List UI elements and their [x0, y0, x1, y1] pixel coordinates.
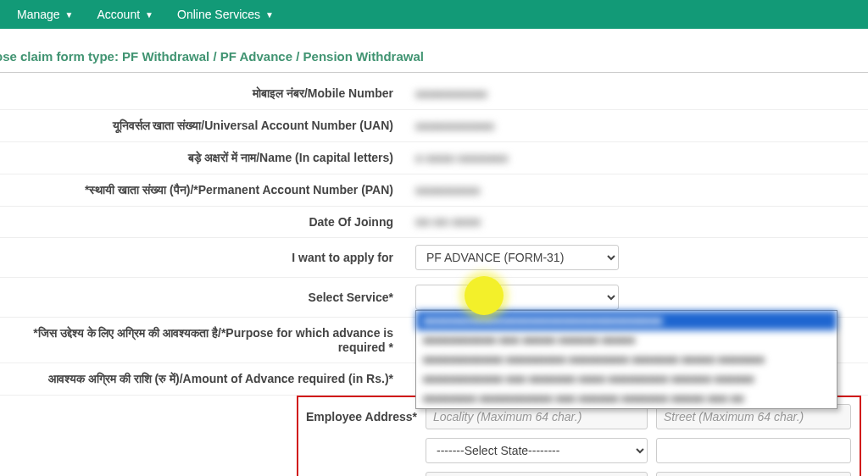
label-pan: *स्थायी खाता संख्या (पैन)/*Permanent Acc…: [0, 174, 407, 207]
dropdown-option[interactable]: ■■■■■■■■■■■■ ■■■ ■■■■■■■ ■■■■ ■■■■■■■■■ …: [416, 369, 837, 389]
select-service[interactable]: [415, 285, 619, 310]
label-amount: आवश्यक अग्रिम की राशि (रु में)/Amount of…: [0, 363, 407, 396]
value-uan: ■■■■■■■■■■■: [415, 119, 494, 133]
caret-down-icon: ▼: [265, 10, 274, 19]
value-pan: ■■■■■■■■■: [415, 184, 480, 197]
city-input[interactable]: [426, 472, 648, 476]
dropdown-option[interactable]: ■■■■■■■■■■■■■■■■■■■■■■■■■■■■■■■■■■■■: [416, 311, 837, 330]
navbar: Manage ▼ Account ▼ Online Services ▼: [0, 0, 868, 29]
nav-account[interactable]: Account ▼: [86, 1, 166, 28]
label-mobile: मोबाइल नंबर/Mobile Number: [0, 78, 407, 110]
label-apply: I want to apply for: [0, 238, 407, 278]
state-select[interactable]: -------Select State--------: [426, 438, 648, 463]
label-uan: यूनिवर्सल खाता संख्या/Universal Account …: [0, 110, 407, 142]
divider: [0, 72, 868, 73]
dropdown-option[interactable]: ■■■■■■■■■■■■ ■■■■■■■■■ ■■■■■■■■■ ■■■■■■■…: [416, 350, 837, 369]
claim-form: मोबाइल नंबर/Mobile Number ■■■■■■■■■■ यून…: [0, 78, 868, 396]
value-mobile: ■■■■■■■■■■: [415, 87, 487, 101]
apply-for-select[interactable]: PF ADVANCE (FORM-31): [415, 245, 619, 270]
nav-services-label: Online Services: [177, 8, 260, 21]
label-address: Employee Address*: [298, 410, 417, 423]
nav-online-services[interactable]: Online Services ▼: [165, 1, 286, 28]
label-doj: Date Of Joinng: [0, 207, 407, 238]
value-doj: ■■-■■-■■■■: [415, 215, 481, 229]
nav-manage[interactable]: Manage ▼: [5, 1, 86, 28]
dropdown-option[interactable]: ■■■■■■■■ ■■■■■■■■■■■ ■■■ ■■■■■■ ■■■■■■■ …: [416, 389, 837, 408]
page-title: ose claim form type: PF Withdrawal / PF …: [0, 29, 868, 72]
value-name: ■ ■■■■ ■■■■■■■: [415, 152, 508, 165]
nav-manage-label: Manage: [17, 8, 60, 21]
district-input[interactable]: [656, 438, 851, 463]
nav-account-label: Account: [97, 8, 141, 21]
label-name: बड़े अक्षरों में नाम/Name (In capital le…: [0, 142, 407, 174]
caret-down-icon: ▼: [65, 10, 74, 19]
caret-down-icon: ▼: [145, 10, 153, 19]
service-dropdown[interactable]: ■■■■■■■■■■■■■■■■■■■■■■■■■■■■■■■■■■■■ ■■■…: [415, 310, 837, 409]
pin-input[interactable]: [656, 472, 851, 476]
label-service: Select Service*: [0, 278, 407, 318]
label-purpose: *जिस उद्देश्य के लिए अग्रिम की आवश्यकता …: [0, 318, 407, 363]
dropdown-option[interactable]: ■■■■■■■■■■■ ■■■ ■■■■■ ■■■■■■ ■■■■■: [416, 330, 837, 350]
